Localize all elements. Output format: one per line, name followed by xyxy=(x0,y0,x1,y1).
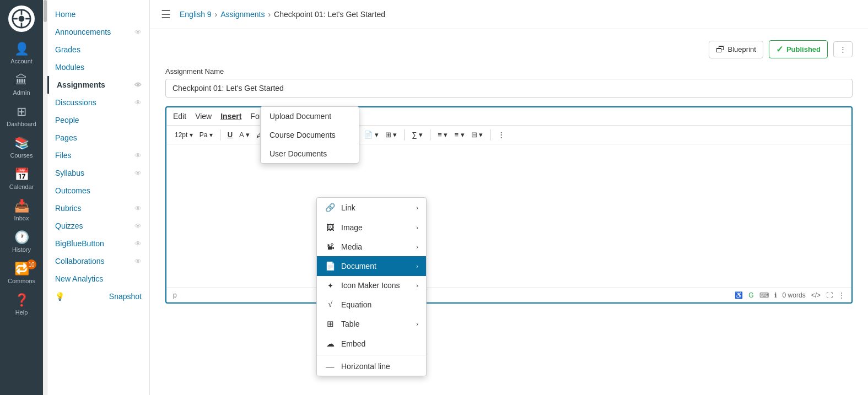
published-check-icon: ✓ xyxy=(776,44,783,55)
insert-menu-embed[interactable]: ☁ Embed xyxy=(317,334,426,354)
insert-embed-label: Embed xyxy=(341,339,365,348)
equation-button[interactable]: ∑ ▾ xyxy=(409,129,425,140)
rte-word-count: 0 words xyxy=(783,291,806,299)
nav-item-inbox[interactable]: 📥 Inbox xyxy=(0,194,43,226)
insert-menu-horizontal-line[interactable]: — Horizontal line xyxy=(317,356,426,376)
nav-item-admin[interactable]: 🏛 Admin xyxy=(0,69,43,100)
announcements-visibility-icon[interactable]: 👁 xyxy=(134,28,142,36)
quizzes-visibility-icon[interactable]: 👁 xyxy=(134,222,142,230)
more-options-icon: ⋮ xyxy=(839,45,847,53)
document-button[interactable]: 📄 ▾ xyxy=(361,129,381,140)
rte-fullscreen-icon[interactable]: ⛶ xyxy=(826,291,833,299)
published-button[interactable]: ✓ Published xyxy=(769,40,828,58)
more-options-button[interactable]: ⋮ xyxy=(833,41,853,57)
nav-item-help[interactable]: ❓ Help xyxy=(0,289,43,320)
rte-menu-view[interactable]: View xyxy=(195,112,212,121)
table-menu-icon: ⊞ xyxy=(325,319,336,329)
breadcrumb-sep-1: › xyxy=(215,10,218,19)
insert-menu-link[interactable]: 🔗 Link › xyxy=(317,198,426,218)
sidebar-item-files-label: Files xyxy=(55,151,72,160)
list-button[interactable]: ≡ ▾ xyxy=(451,129,467,140)
align-button[interactable]: ≡ ▾ xyxy=(435,129,450,140)
sidebar-item-people[interactable]: People xyxy=(47,111,149,129)
sidebar-item-assignments[interactable]: Assignments 👁 xyxy=(47,76,149,94)
blueprint-button[interactable]: 🗗 Blueprint xyxy=(709,41,763,58)
nav-item-account[interactable]: 👤 Account xyxy=(0,37,43,69)
sidebar-item-assignments-label: Assignments xyxy=(57,80,105,89)
text-color-button[interactable]: A ▾ xyxy=(236,129,252,140)
sidebar-item-discussions[interactable]: Discussions 👁 xyxy=(47,94,149,111)
sidebar-item-quizzes[interactable]: Quizzes 👁 xyxy=(47,217,149,235)
indent-button[interactable]: ⊟ ▾ xyxy=(468,129,486,140)
sidebar-item-grades[interactable]: Grades xyxy=(47,41,149,58)
document-submenu: Upload Document Course Documents User Do… xyxy=(260,106,359,164)
sidebar-item-modules-label: Modules xyxy=(55,63,84,72)
sidebar-item-announcements[interactable]: Announcements 👁 xyxy=(47,23,149,41)
discussions-visibility-icon[interactable]: 👁 xyxy=(134,99,142,107)
insert-menu-document[interactable]: 📄 Document › xyxy=(317,256,426,276)
sidebar-item-snapshot-label: Snapshot xyxy=(109,292,142,301)
insert-menu-table[interactable]: ⊞ Table › xyxy=(317,314,426,334)
course-documents-item[interactable]: Course Documents xyxy=(261,126,359,144)
sidebar-item-pages[interactable]: Pages xyxy=(47,129,149,147)
syllabus-visibility-icon[interactable]: 👁 xyxy=(134,169,142,177)
rte-keyboard-icon: ⌨ xyxy=(759,291,769,299)
breadcrumb-section[interactable]: Assignments xyxy=(220,10,265,19)
sidebar-item-files[interactable]: Files 👁 xyxy=(47,147,149,164)
horizontal-line-menu-icon: — xyxy=(325,361,336,371)
sidebar-scrollbar-thumb xyxy=(44,0,47,22)
sidebar-item-bigbluebutton[interactable]: BigBlueButton 👁 xyxy=(47,235,149,252)
svg-point-1 xyxy=(19,16,25,22)
underline-button[interactable]: U xyxy=(225,129,235,140)
insert-equation-label: Equation xyxy=(341,300,371,309)
insert-table-label: Table xyxy=(341,320,359,328)
rte-html-icon[interactable]: </> xyxy=(811,291,821,299)
insert-menu-image[interactable]: 🖼 Image › xyxy=(317,218,426,237)
nav-item-inbox-label: Inbox xyxy=(14,215,29,221)
document-chevron-icon: › xyxy=(416,263,418,269)
insert-menu-equation[interactable]: √ Equation xyxy=(317,295,426,314)
hamburger-menu[interactable]: ☰ xyxy=(161,8,171,21)
assignment-name-input[interactable] xyxy=(165,79,853,98)
sidebar-item-outcomes[interactable]: Outcomes xyxy=(47,182,149,199)
nav-item-courses[interactable]: 📚 Courses xyxy=(0,132,43,163)
nav-item-commons[interactable]: 🔁 10 Commons xyxy=(0,257,43,289)
font-size-selector[interactable]: 12pt ▾ xyxy=(172,129,196,140)
rubrics-visibility-icon[interactable]: 👁 xyxy=(134,204,142,213)
rte-options-icon[interactable]: ⋮ xyxy=(838,291,845,299)
blueprint-label: Blueprint xyxy=(728,45,756,53)
bigbluebutton-visibility-icon[interactable]: 👁 xyxy=(134,240,142,248)
upload-document-item[interactable]: Upload Document xyxy=(261,107,359,126)
nav-item-history[interactable]: 🕐 History xyxy=(0,226,43,257)
breadcrumb-course[interactable]: English 9 xyxy=(180,10,212,19)
sidebar-item-new-analytics[interactable]: New Analytics xyxy=(47,270,149,288)
nav-item-calendar[interactable]: 📅 Calendar xyxy=(0,163,43,194)
sidebar-item-syllabus[interactable]: Syllabus 👁 xyxy=(47,164,149,182)
insert-menu-media[interactable]: 📽 Media › xyxy=(317,237,426,256)
grid-button[interactable]: ⊞ ▾ xyxy=(382,129,400,140)
rte-paragraph-tag: p xyxy=(173,291,177,299)
rte-menu-edit[interactable]: Edit xyxy=(173,112,186,121)
sidebar-item-home[interactable]: Home xyxy=(47,6,149,23)
sidebar-item-snapshot[interactable]: 💡 Snapshot xyxy=(47,288,149,305)
rte-menu-insert[interactable]: Insert xyxy=(220,112,241,121)
sidebar-item-collaborations[interactable]: Collaborations 👁 xyxy=(47,252,149,270)
dropdown-divider xyxy=(317,355,426,355)
paragraph-style-selector[interactable]: Pa ▾ xyxy=(197,129,215,140)
rte-body[interactable] xyxy=(166,144,851,288)
insert-menu-icon-maker[interactable]: ✦ Icon Maker Icons › xyxy=(317,276,426,295)
image-chevron-icon: › xyxy=(416,224,418,231)
nav-item-history-label: History xyxy=(12,246,31,253)
assignments-visibility-icon[interactable]: 👁 xyxy=(134,81,142,89)
nav-item-dashboard[interactable]: ⊞ Dashboard xyxy=(0,100,43,132)
equation-menu-icon: √ xyxy=(325,300,336,309)
toolbar-more-button[interactable]: ⋮ xyxy=(495,129,508,140)
sidebar-item-modules[interactable]: Modules xyxy=(47,58,149,76)
user-documents-item[interactable]: User Documents xyxy=(261,144,359,163)
nav-item-help-label: Help xyxy=(15,309,28,316)
sidebar-scrollbar[interactable] xyxy=(43,0,47,395)
app-logo[interactable] xyxy=(8,6,35,32)
collaborations-visibility-icon[interactable]: 👁 xyxy=(134,257,142,266)
sidebar-item-rubrics[interactable]: Rubrics 👁 xyxy=(47,199,149,217)
files-visibility-icon[interactable]: 👁 xyxy=(134,151,142,160)
